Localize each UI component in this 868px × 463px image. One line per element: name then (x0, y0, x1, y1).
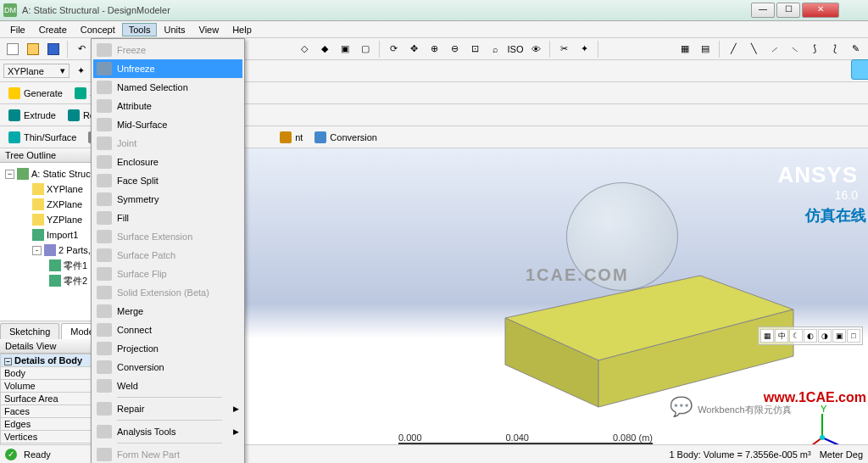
tree-expander[interactable]: − (5, 170, 14, 179)
menu-item-label: Connect (117, 325, 152, 335)
point-button[interactable]: nt (275, 131, 308, 143)
new-icon[interactable] (3, 40, 22, 59)
tree-node-icon (32, 198, 44, 210)
details-group-label: Details of Body (14, 355, 82, 365)
zoom-in-icon[interactable]: ⊕ (425, 40, 443, 59)
sketch-line-icon[interactable]: ⟋ (765, 40, 783, 59)
tree-node-icon (44, 244, 56, 256)
status-ok-icon: ✓ (5, 449, 17, 460)
tree-node-icon (49, 275, 61, 287)
menu-file[interactable]: File (3, 23, 32, 36)
display-icon[interactable]: ✦ (575, 40, 593, 59)
menu-item-face-split[interactable]: Face Split (93, 171, 242, 190)
tree-node-label: Import1 (47, 230, 78, 240)
menu-item-enclosure[interactable]: Enclosure (93, 153, 242, 171)
menu-item-unfreeze[interactable]: Unfreeze (93, 59, 242, 78)
grid-icon[interactable]: ▦ (676, 40, 694, 59)
menu-item-label: Analysis Tools (117, 427, 176, 437)
sketch-line-icon[interactable]: ╱ (724, 40, 743, 59)
vp-display-icon[interactable]: ◑ (818, 329, 832, 343)
new-plane-icon[interactable]: ✦ (71, 62, 90, 81)
zoom-box-icon[interactable]: ⌕ (486, 40, 504, 59)
details-label: Faces (1, 404, 92, 417)
save-icon[interactable] (44, 40, 63, 59)
conversion-button[interactable]: Conversion (309, 131, 382, 143)
tool-icon[interactable]: ▣ (336, 40, 354, 59)
vp-display-icon[interactable]: □ (847, 329, 860, 343)
menu-tools[interactable]: Tools (122, 23, 158, 36)
tab-sketching[interactable]: Sketching (0, 323, 59, 339)
pan-icon[interactable]: ✥ (404, 40, 423, 59)
tree-root-label[interactable]: A: Static Structu (31, 169, 98, 179)
open-icon[interactable] (24, 40, 42, 59)
menu-item-freeze: Freeze (93, 41, 242, 59)
vp-display-icon[interactable]: ◐ (804, 329, 817, 343)
menu-item-conversion[interactable]: Conversion (93, 358, 242, 377)
menu-item-analysis-tools[interactable]: Analysis Tools▶ (93, 422, 242, 441)
align-icon[interactable]: ▤ (696, 40, 715, 59)
menu-item-mid-surface[interactable]: Mid-Surface (93, 115, 242, 134)
menu-item-icon (97, 286, 112, 299)
zoom-out-icon[interactable]: ⊖ (445, 40, 464, 59)
tree-expander[interactable]: - (32, 246, 42, 255)
menu-item-symmetry[interactable]: Symmetry (93, 190, 242, 209)
menu-item-weld[interactable]: Weld (93, 377, 242, 395)
sketch-tool-icon[interactable]: ✎ (846, 40, 865, 59)
thin-surface-button[interactable]: Thin/Surface (3, 131, 81, 143)
collapse-icon[interactable]: − (4, 358, 12, 365)
menu-item-icon (97, 118, 112, 131)
menu-item-surface-patch: Surface Patch (93, 246, 242, 265)
app-icon: DM (3, 3, 17, 17)
extrude-button[interactable]: Extrude (3, 109, 61, 121)
maximize-button[interactable]: ☐ (776, 3, 800, 18)
menu-view[interactable]: View (192, 23, 226, 36)
menu-item-icon (97, 425, 112, 438)
sketch-line-icon[interactable]: ⟍ (785, 40, 804, 59)
plane-selector[interactable]: XYPlane▾ (3, 64, 70, 78)
menu-item-icon (97, 379, 112, 393)
menu-item-icon (97, 360, 112, 374)
menu-item-icon (97, 267, 112, 281)
vp-display-icon[interactable]: 中 (775, 329, 788, 343)
vp-display-icon[interactable]: ☾ (789, 329, 803, 343)
zoom-fit-icon[interactable]: ⊡ (465, 40, 484, 59)
menu-help[interactable]: Help (225, 23, 259, 36)
menu-item-label: Enclosure (117, 157, 159, 167)
graphics-viewport[interactable]: ANSYS 16.0 1CAE.COM 💬 Workbench有限元仿真 ▦ 中… (183, 148, 868, 463)
tree-node-label: 零件1 (64, 259, 87, 272)
sketch-arc-icon[interactable]: ⟅ (826, 40, 844, 59)
menu-item-named-selection[interactable]: Named Selection (93, 78, 242, 97)
sketch-arc-icon[interactable]: ⟆ (805, 40, 824, 59)
generate-button[interactable]: Generate (3, 87, 68, 99)
iso-icon[interactable]: ISO (506, 40, 525, 59)
menu-item-fill[interactable]: Fill (93, 209, 242, 227)
status-units: Meter Deg (820, 449, 863, 460)
look-icon[interactable]: 👁 (526, 40, 545, 59)
rotate-icon[interactable]: ⟳ (384, 40, 403, 59)
menu-item-projection[interactable]: Projection (93, 339, 242, 358)
menu-item-attribute[interactable]: Attribute (93, 97, 242, 115)
details-label: Volume (1, 379, 92, 392)
vp-display-icon[interactable]: ▣ (832, 329, 846, 343)
vp-display-icon[interactable]: ▦ (760, 329, 774, 343)
menu-item-connect[interactable]: Connect (93, 321, 242, 339)
tool-icon[interactable]: ◆ (315, 40, 334, 59)
display-icon[interactable]: ✂ (554, 40, 573, 59)
undo-icon[interactable]: ↶ (72, 40, 91, 59)
minimize-button[interactable]: — (751, 3, 775, 18)
menu-item-icon (97, 402, 112, 416)
menu-item-icon (97, 211, 112, 225)
menu-concept[interactable]: Concept (74, 23, 122, 36)
menu-create[interactable]: Create (32, 23, 74, 36)
tool-icon[interactable]: ▢ (356, 40, 375, 59)
tree-node-icon (32, 229, 44, 241)
sketch-line-icon[interactable]: ╲ (744, 40, 763, 59)
menu-item-label: Joint (117, 138, 136, 148)
menu-item-solid-extension-beta-: Solid Extension (Beta) (93, 283, 242, 302)
tool-icon[interactable]: ◇ (295, 40, 314, 59)
menu-item-merge[interactable]: Merge (93, 302, 242, 321)
menu-item-repair[interactable]: Repair▶ (93, 399, 242, 418)
menu-units[interactable]: Units (157, 23, 192, 36)
menu-item-label: Weld (117, 381, 138, 391)
close-button[interactable]: ✕ (802, 3, 839, 18)
